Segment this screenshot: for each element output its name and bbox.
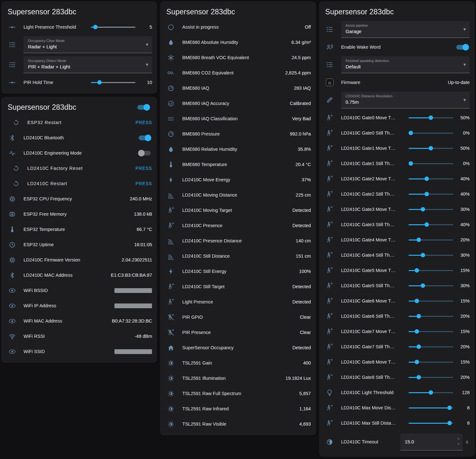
- entity-row[interactable]: Occupancy Detect ModePIR + Radar + Light…: [6, 55, 152, 75]
- slider[interactable]: [409, 268, 453, 273]
- slider[interactable]: [409, 344, 453, 349]
- slider-knob[interactable]: [424, 177, 429, 181]
- entity-row[interactable]: ESP32 RestartPRESS: [10, 115, 152, 130]
- entity-row[interactable]: BME680 Pressure992.0 hPa: [165, 126, 311, 142]
- entity-row[interactable]: Assist in progressOff: [165, 19, 311, 35]
- press-button[interactable]: PRESS: [135, 120, 152, 125]
- entity-row[interactable]: LD2410C Bluetooth: [6, 130, 152, 145]
- slider-knob[interactable]: [429, 390, 433, 395]
- stepper-down-icon[interactable]: ⌄: [457, 442, 460, 445]
- entity-row[interactable]: LD2410C Presence Distance140 cm: [165, 233, 311, 248]
- slider-knob[interactable]: [421, 283, 425, 288]
- select-field[interactable]: Occupancy Clear ModeRadar + Light▾: [24, 36, 152, 53]
- entity-row[interactable]: LD2410C Still Energy100%: [165, 264, 311, 279]
- slider-knob[interactable]: [429, 115, 433, 120]
- entity-row[interactable]: LD2410C Gate2 Still Threshold40%: [324, 186, 470, 202]
- entity-row[interactable]: LD2410C Gate3 Move Threshold30%: [324, 202, 470, 217]
- toggle-switch[interactable]: [139, 151, 151, 156]
- slider-knob[interactable]: [429, 146, 433, 150]
- entity-row[interactable]: TSL2591 Raw Visible4,693: [165, 416, 311, 432]
- entity-row[interactable]: LD2410C Moving Distance225 cm: [165, 187, 311, 203]
- slider[interactable]: [409, 176, 453, 181]
- entity-row[interactable]: LD2410C Gate5 Move Threshold15%: [324, 263, 470, 278]
- entity-row[interactable]: LD2410C PresenceDetected: [165, 218, 311, 233]
- entity-row[interactable]: LD2410C Gate8 Still Threshold20%: [324, 370, 470, 385]
- slider[interactable]: [91, 80, 135, 85]
- entity-row[interactable]: TSL2591 Raw Full Spectrum5,857: [165, 386, 311, 401]
- entity-row[interactable]: Assist pipelineGarage▾: [324, 19, 470, 39]
- slider-knob[interactable]: [417, 238, 421, 242]
- slider[interactable]: [409, 421, 453, 426]
- slider-knob[interactable]: [415, 329, 419, 334]
- slider[interactable]: [409, 314, 453, 319]
- slider-knob[interactable]: [417, 344, 421, 349]
- slider[interactable]: [409, 222, 453, 227]
- entity-row[interactable]: LD2410C Firmware Version2.04.23022511: [6, 252, 152, 268]
- slider-knob[interactable]: [417, 375, 421, 379]
- slider-knob[interactable]: [417, 314, 421, 318]
- entity-row[interactable]: LD2410C Still Distance151 cm: [165, 248, 311, 264]
- entity-row[interactable]: LD2410C Factory ResetPRESS: [10, 161, 152, 176]
- select-field[interactable]: Occupancy Detect ModePIR + Radar + Light…: [24, 56, 152, 73]
- entity-row[interactable]: ESP32 Free Memory138.0 kB: [6, 206, 152, 222]
- slider[interactable]: [409, 207, 453, 212]
- slider[interactable]: [409, 191, 453, 197]
- entity-row[interactable]: LD2410C Gate4 Move Threshold20%: [324, 232, 470, 247]
- slider[interactable]: [409, 390, 453, 395]
- entity-row[interactable]: LD2410C Gate1 Move Threshold50%: [324, 141, 470, 156]
- slider-knob[interactable]: [424, 192, 429, 196]
- entity-row[interactable]: ⌂FirmwareUp-to-date: [324, 75, 470, 90]
- toggle-switch[interactable]: [456, 45, 468, 50]
- entity-row[interactable]: Light Presence Threshold5: [6, 19, 152, 35]
- slider-knob[interactable]: [409, 131, 413, 135]
- entity-row[interactable]: BME680 Relative Humidity35.8%: [165, 142, 311, 157]
- entity-row[interactable]: ESP32 Uptime16:01:05: [6, 237, 152, 252]
- slider[interactable]: [91, 24, 135, 30]
- slider[interactable]: [409, 359, 453, 365]
- entity-row[interactable]: LD2410C Light Threshold128: [324, 385, 470, 400]
- entity-row[interactable]: LD2410C Gate0 Move Threshold50%: [324, 110, 470, 125]
- slider[interactable]: [409, 253, 453, 258]
- entity-row[interactable]: WiFi IP Address: [6, 298, 152, 313]
- select-field[interactable]: Finished speaking detectionDefault▾: [341, 56, 470, 73]
- entity-row[interactable]: WiFi BSSID: [6, 283, 152, 298]
- entity-row[interactable]: BME680 IAQ AccuracyCalibrated: [165, 96, 311, 111]
- entity-row[interactable]: LD2410C Max Move Distance8: [324, 400, 470, 415]
- slider[interactable]: [409, 405, 453, 410]
- select-field[interactable]: Assist pipelineGarage▾: [341, 21, 470, 38]
- toggle-switch[interactable]: [139, 136, 151, 140]
- entity-row[interactable]: LD2410C Gate6 Move Threshold15%: [324, 293, 470, 309]
- slider[interactable]: [409, 161, 453, 166]
- slider[interactable]: [409, 115, 453, 120]
- entity-row[interactable]: LD2410C Gate0 Still Threshold0%: [324, 125, 470, 141]
- entity-row[interactable]: LD2410C Gate6 Still Threshold20%: [324, 309, 470, 324]
- entity-row[interactable]: LD2410C Timeout15.0⌃⌄s: [324, 431, 470, 453]
- slider[interactable]: [409, 237, 453, 242]
- slider-knob[interactable]: [447, 421, 452, 425]
- slider-knob[interactable]: [447, 406, 452, 410]
- entity-row[interactable]: LD2410C Gate8 Move Threshold15%: [324, 354, 470, 370]
- slider-knob[interactable]: [415, 360, 419, 364]
- slider-knob[interactable]: [421, 207, 425, 212]
- slider[interactable]: [409, 283, 453, 288]
- entity-row[interactable]: Finished speaking detectionDefault▾: [324, 55, 470, 75]
- card-header-toggle[interactable]: [137, 105, 149, 110]
- entity-row[interactable]: WiFi RSSI-48 dBm: [6, 329, 152, 344]
- slider-knob[interactable]: [415, 268, 419, 273]
- entity-row[interactable]: LD2410C MAC AddressE1:C3:B3:CB:BA:87: [6, 268, 152, 283]
- entity-row[interactable]: LD2410C Moving TargetDetected: [165, 203, 311, 218]
- press-button[interactable]: PRESS: [135, 181, 152, 186]
- entity-row[interactable]: LD2410C RestartPRESS: [10, 176, 152, 191]
- slider[interactable]: [409, 375, 453, 380]
- entity-row[interactable]: BME680 Temperature20.4 °C: [165, 157, 311, 172]
- slider[interactable]: [409, 146, 453, 151]
- entity-row[interactable]: WiFi SSID: [6, 344, 152, 359]
- entity-row[interactable]: Enable Wake Word: [324, 39, 470, 55]
- entity-row[interactable]: Occupancy Clear ModeRadar + Light▾: [6, 35, 152, 55]
- entity-row[interactable]: LD2410C Gate3 Still Threshold40%: [324, 217, 470, 232]
- slider-knob[interactable]: [415, 299, 419, 303]
- press-button[interactable]: PRESS: [135, 166, 152, 171]
- entity-row[interactable]: LD2410C Still TargetDetected: [165, 279, 311, 294]
- entity-row[interactable]: LD2410C Move Energy37%: [165, 172, 311, 187]
- entity-row[interactable]: PIR PresenceClear: [165, 325, 311, 340]
